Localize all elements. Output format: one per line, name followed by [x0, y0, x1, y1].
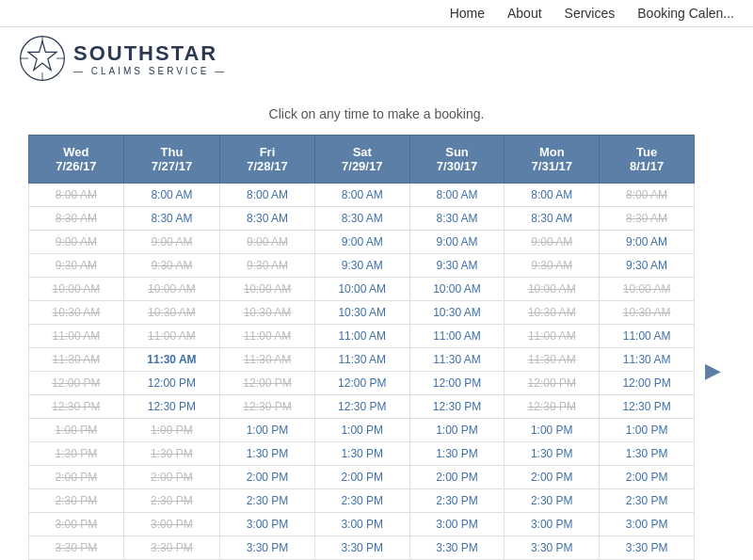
time-slot[interactable]: 8:00 AM [409, 184, 505, 207]
time-slot[interactable]: 3:30 PM [505, 536, 600, 560]
time-slot[interactable]: 3:00 PM [600, 513, 695, 536]
time-slot[interactable]: 2:00 PM [220, 466, 315, 489]
time-slot: 10:30 AM [220, 301, 315, 325]
time-slot[interactable]: 12:00 PM [314, 372, 409, 395]
time-slot: 3:30 PM [29, 536, 124, 560]
time-slot[interactable]: 8:30 AM [505, 207, 600, 231]
time-slot: 12:30 PM [220, 395, 315, 419]
time-slot[interactable]: 10:30 AM [409, 301, 505, 325]
time-slot[interactable]: 8:00 AM [220, 184, 315, 207]
time-slot[interactable]: 12:30 PM [314, 395, 409, 419]
time-slot: 3:30 PM [123, 536, 219, 560]
time-slot[interactable]: 8:00 AM [123, 184, 219, 207]
time-slot[interactable]: 1:30 PM [409, 442, 505, 466]
time-slot[interactable]: 2:00 PM [505, 466, 600, 489]
time-slot[interactable]: 3:00 PM [314, 513, 409, 536]
time-slot[interactable]: 12:00 PM [600, 372, 695, 395]
time-slot[interactable]: 3:00 PM [505, 513, 600, 536]
table-row: 8:00 AM8:00 AM8:00 AM8:00 AM8:00 AM8:00 … [29, 184, 695, 207]
time-slot[interactable]: 9:30 AM [409, 254, 505, 278]
time-slot[interactable]: 9:30 AM [314, 254, 409, 278]
time-slot: 10:30 AM [123, 301, 219, 325]
time-slot[interactable]: 12:00 PM [123, 372, 219, 395]
time-slot[interactable]: 1:30 PM [600, 442, 695, 466]
nav-booking[interactable]: Booking Calen... [637, 6, 734, 21]
time-slot[interactable]: 8:00 AM [314, 184, 409, 207]
time-slot[interactable]: 2:00 PM [600, 466, 695, 489]
time-slot[interactable]: 9:00 AM [314, 231, 409, 254]
time-slot[interactable]: 8:00 AM [505, 184, 600, 207]
time-slot[interactable]: 11:30 AM [123, 348, 219, 372]
time-slot[interactable]: 10:00 AM [409, 278, 505, 301]
time-slot[interactable]: 3:30 PM [314, 536, 409, 560]
time-slot[interactable]: 2:30 PM [314, 489, 409, 513]
time-slot[interactable]: 11:00 AM [314, 325, 409, 348]
time-slot: 11:00 AM [220, 325, 315, 348]
table-row: 3:00 PM3:00 PM3:00 PM3:00 PM3:00 PM3:00 … [29, 513, 695, 536]
table-row: 12:00 PM12:00 PM12:00 PM12:00 PM12:00 PM… [29, 372, 695, 395]
time-slot: 2:30 PM [123, 489, 219, 513]
calendar-col-header: Tue8/1/17 [600, 136, 695, 184]
time-slot[interactable]: 3:30 PM [220, 536, 315, 560]
booking-calendar: Wed7/26/17Thu7/27/17Fri7/28/17Sat7/29/17… [28, 135, 695, 560]
svg-marker-1 [28, 41, 56, 71]
time-slot[interactable]: 1:00 PM [314, 419, 409, 442]
time-slot[interactable]: 12:30 PM [123, 395, 219, 419]
time-slot[interactable]: 1:00 PM [220, 419, 315, 442]
time-slot[interactable]: 3:30 PM [600, 536, 695, 560]
time-slot[interactable]: 11:00 AM [600, 325, 695, 348]
time-slot[interactable]: 2:30 PM [600, 489, 695, 513]
logo-text: SOUTHSTAR — CLAIMS SERVICE — [73, 41, 227, 76]
time-slot[interactable]: 11:30 AM [314, 348, 409, 372]
next-week-button[interactable]: ▶ [695, 135, 725, 560]
time-slot[interactable]: 12:30 PM [600, 395, 695, 419]
time-slot[interactable]: 9:00 AM [600, 231, 695, 254]
time-slot[interactable]: 2:30 PM [220, 489, 315, 513]
time-slot: 11:30 AM [505, 348, 600, 372]
calendar-col-header: Sat7/29/17 [314, 136, 409, 184]
table-row: 1:30 PM1:30 PM1:30 PM1:30 PM1:30 PM1:30 … [29, 442, 695, 466]
time-slot[interactable]: 1:30 PM [505, 442, 600, 466]
time-slot: 10:00 AM [123, 278, 219, 301]
time-slot[interactable]: 2:30 PM [505, 489, 600, 513]
time-slot[interactable]: 8:30 AM [220, 207, 315, 231]
time-slot[interactable]: 11:30 AM [600, 348, 695, 372]
time-slot[interactable]: 12:00 PM [409, 372, 505, 395]
calendar-header: Wed7/26/17Thu7/27/17Fri7/28/17Sat7/29/17… [29, 136, 695, 184]
time-slot[interactable]: 9:30 AM [600, 254, 695, 278]
calendar-col-header: Wed7/26/17 [29, 136, 124, 184]
time-slot[interactable]: 1:30 PM [314, 442, 409, 466]
time-slot[interactable]: 10:30 AM [314, 301, 409, 325]
time-slot: 10:00 AM [505, 278, 600, 301]
time-slot[interactable]: 1:30 PM [220, 442, 315, 466]
time-slot[interactable]: 11:00 AM [409, 325, 505, 348]
time-slot[interactable]: 1:00 PM [409, 419, 505, 442]
time-slot: 12:30 PM [29, 395, 124, 419]
logo: SOUTHSTAR — CLAIMS SERVICE — [19, 35, 227, 82]
time-slot[interactable]: 12:30 PM [409, 395, 505, 419]
time-slot[interactable]: 3:30 PM [409, 536, 505, 560]
time-slot: 10:00 AM [600, 278, 695, 301]
time-slot[interactable]: 8:30 AM [409, 207, 505, 231]
time-slot[interactable]: 10:00 AM [314, 278, 409, 301]
time-slot[interactable]: 3:00 PM [409, 513, 505, 536]
nav-services[interactable]: Services [565, 6, 616, 21]
time-slot[interactable]: 1:00 PM [505, 419, 600, 442]
time-slot[interactable]: 2:00 PM [409, 466, 505, 489]
time-slot[interactable]: 9:00 AM [409, 231, 505, 254]
time-slot[interactable]: 2:30 PM [409, 489, 505, 513]
table-row: 11:30 AM11:30 AM11:30 AM11:30 AM11:30 AM… [29, 348, 695, 372]
nav-about[interactable]: About [507, 6, 542, 21]
time-slot: 10:30 AM [600, 301, 695, 325]
table-row: 10:30 AM10:30 AM10:30 AM10:30 AM10:30 AM… [29, 301, 695, 325]
time-slot: 12:00 PM [29, 372, 124, 395]
time-slot[interactable]: 8:30 AM [123, 207, 219, 231]
time-slot[interactable]: 3:00 PM [220, 513, 315, 536]
time-slot[interactable]: 11:30 AM [409, 348, 505, 372]
table-row: 3:30 PM3:30 PM3:30 PM3:30 PM3:30 PM3:30 … [29, 536, 695, 560]
site-header: SOUTHSTAR — CLAIMS SERVICE — [0, 27, 753, 89]
nav-home[interactable]: Home [450, 6, 485, 21]
time-slot[interactable]: 8:30 AM [314, 207, 409, 231]
time-slot[interactable]: 1:00 PM [600, 419, 695, 442]
time-slot[interactable]: 2:00 PM [314, 466, 409, 489]
